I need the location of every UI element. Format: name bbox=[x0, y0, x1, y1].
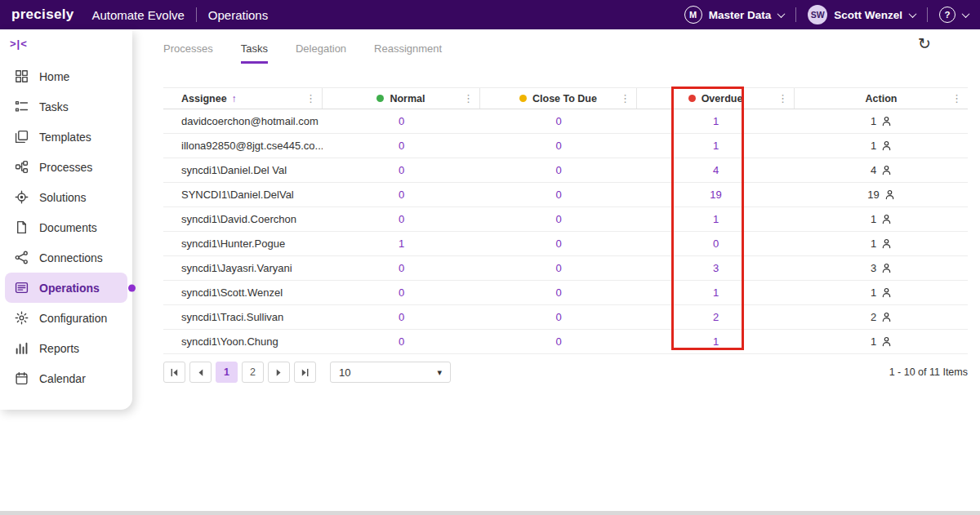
sidebar-item-configuration[interactable]: Configuration bbox=[0, 303, 132, 333]
normal-count-link[interactable]: 0 bbox=[399, 311, 404, 323]
sidebar-item-label: Reports bbox=[39, 342, 79, 355]
normal-cell: 0 bbox=[323, 281, 480, 304]
close-to-due-count-link[interactable]: 0 bbox=[555, 238, 561, 250]
chevron-down-icon bbox=[909, 10, 917, 18]
assignee-cell: syncdi1\Jayasri.Varyani bbox=[163, 256, 323, 280]
column-menu-icon[interactable]: ⋮ bbox=[777, 92, 788, 104]
column-header-action[interactable]: Action⋮ bbox=[795, 88, 968, 109]
page-button-2[interactable]: 2 bbox=[242, 362, 264, 383]
pager-buttons: 12 bbox=[163, 362, 320, 383]
tab-tasks[interactable]: Tasks bbox=[241, 42, 268, 64]
table-row: syncdi1\Hunter.Pogue1001 bbox=[163, 232, 968, 256]
reassign-person-icon[interactable] bbox=[881, 214, 892, 224]
close-to-due-count-link[interactable]: 0 bbox=[555, 262, 561, 274]
reassign-person-icon[interactable] bbox=[881, 238, 892, 249]
action-count: 1 bbox=[871, 140, 876, 152]
action-count: 3 bbox=[871, 262, 876, 274]
close-to-due-count-link[interactable]: 0 bbox=[555, 213, 561, 225]
overdue-count-link[interactable]: 1 bbox=[713, 140, 719, 152]
close-to-due-count-link[interactable]: 0 bbox=[555, 311, 561, 323]
refresh-icon[interactable]: ↻ bbox=[918, 34, 931, 53]
module-name: Operations bbox=[208, 8, 268, 22]
overdue-count-link[interactable]: 1 bbox=[713, 286, 719, 299]
action-cell: 3 bbox=[795, 256, 968, 280]
close-to-due-count-link[interactable]: 0 bbox=[555, 140, 561, 152]
normal-cell: 0 bbox=[323, 207, 480, 231]
sidebar-item-templates[interactable]: Templates bbox=[0, 122, 132, 152]
sidebar-item-solutions[interactable]: Solutions bbox=[0, 182, 132, 212]
reassign-person-icon[interactable] bbox=[881, 140, 892, 151]
master-data-menu[interactable]: M Master Data bbox=[684, 6, 785, 24]
column-header-assignee[interactable]: Assignee↑⋮ bbox=[163, 88, 323, 109]
sidebar-item-processes[interactable]: Processes bbox=[0, 152, 132, 182]
close-to-due-count-link[interactable]: 0 bbox=[555, 164, 561, 176]
overdue-count-link[interactable]: 1 bbox=[713, 115, 719, 127]
normal-count-link[interactable]: 0 bbox=[399, 213, 404, 225]
page-button-1[interactable]: 1 bbox=[216, 362, 238, 383]
overdue-count-link[interactable]: 4 bbox=[713, 164, 719, 176]
sidebar-item-connections[interactable]: Connections bbox=[0, 242, 132, 273]
close-to-due-count-link[interactable]: 0 bbox=[555, 335, 561, 348]
user-menu[interactable]: SW Scott Wenzel bbox=[808, 5, 915, 24]
close-to-due-count-link[interactable]: 0 bbox=[555, 189, 561, 201]
reassign-person-icon[interactable] bbox=[881, 116, 892, 127]
next-page-button[interactable] bbox=[268, 362, 290, 383]
normal-count-link[interactable]: 0 bbox=[399, 335, 404, 348]
action-cell: 1 bbox=[795, 109, 968, 133]
column-menu-icon[interactable]: ⋮ bbox=[463, 92, 474, 104]
normal-cell: 0 bbox=[323, 109, 480, 133]
overdue-count-link[interactable]: 19 bbox=[710, 189, 721, 201]
column-menu-icon[interactable]: ⋮ bbox=[951, 92, 962, 104]
overdue-count-link[interactable]: 2 bbox=[713, 311, 719, 323]
reassign-person-icon[interactable] bbox=[881, 312, 892, 322]
reassign-person-icon[interactable] bbox=[881, 287, 892, 298]
sidebar-item-label: Configuration bbox=[39, 312, 107, 325]
precisely-logo: precisely bbox=[11, 7, 74, 23]
column-header-overdue[interactable]: Overdue⋮ bbox=[637, 88, 795, 109]
sort-ascending-icon[interactable]: ↑ bbox=[232, 93, 237, 104]
normal-count-link[interactable]: 0 bbox=[399, 189, 404, 201]
table-row: syncdi1\Scott.Wenzel0011 bbox=[163, 281, 968, 305]
overdue-count-link[interactable]: 1 bbox=[713, 213, 719, 225]
sidebar-item-reports[interactable]: Reports bbox=[0, 333, 132, 363]
sidebar-item-home[interactable]: Home bbox=[0, 61, 132, 91]
normal-count-link[interactable]: 0 bbox=[399, 140, 404, 152]
collapse-sidebar-icon[interactable]: >|< bbox=[10, 38, 28, 50]
normal-cell: 0 bbox=[323, 134, 480, 158]
column-header-close-to-due[interactable]: Close To Due⋮ bbox=[480, 88, 637, 109]
column-menu-icon[interactable]: ⋮ bbox=[620, 92, 630, 104]
documents-icon bbox=[15, 220, 29, 234]
close-to-due-count-link[interactable]: 0 bbox=[555, 286, 561, 299]
tab-delegation[interactable]: Delegation bbox=[296, 42, 346, 64]
main-content: ProcessesTasksDelegationReassignment ↻ A… bbox=[163, 36, 968, 383]
column-menu-icon[interactable]: ⋮ bbox=[305, 92, 316, 104]
normal-count-link[interactable]: 0 bbox=[399, 262, 404, 274]
column-header-normal[interactable]: Normal⋮ bbox=[323, 88, 480, 109]
tab-processes[interactable]: Processes bbox=[163, 42, 213, 64]
normal-count-link[interactable]: 0 bbox=[399, 286, 404, 299]
normal-count-link[interactable]: 0 bbox=[399, 164, 404, 176]
reassign-person-icon[interactable] bbox=[881, 336, 892, 347]
overdue-count-link[interactable]: 0 bbox=[713, 238, 719, 250]
sidebar-item-calendar[interactable]: Calendar bbox=[0, 363, 132, 393]
close-to-due-count-link[interactable]: 0 bbox=[555, 115, 561, 127]
reassign-person-icon[interactable] bbox=[881, 263, 892, 273]
previous-page-button[interactable] bbox=[189, 362, 212, 383]
action-count: 2 bbox=[871, 311, 876, 323]
reassign-person-icon[interactable] bbox=[881, 165, 892, 175]
tab-reassignment[interactable]: Reassignment bbox=[374, 42, 442, 64]
overdue-count-link[interactable]: 1 bbox=[713, 335, 719, 348]
normal-count-link[interactable]: 0 bbox=[399, 115, 404, 127]
chevron-down-icon bbox=[962, 10, 970, 18]
sidebar-item-operations[interactable]: Operations bbox=[5, 273, 127, 303]
reassign-person-icon[interactable] bbox=[884, 189, 895, 200]
help-menu[interactable]: ? bbox=[939, 7, 969, 23]
last-page-button[interactable] bbox=[294, 362, 316, 383]
normal-count-link[interactable]: 1 bbox=[399, 238, 404, 250]
page-size-select[interactable]: 10 ▾ bbox=[330, 362, 451, 383]
overdue-count-link[interactable]: 3 bbox=[713, 262, 719, 274]
first-page-button[interactable] bbox=[163, 362, 185, 383]
sidebar-item-tasks[interactable]: Tasks bbox=[0, 91, 132, 122]
sidebar-item-documents[interactable]: Documents bbox=[0, 212, 132, 242]
topbar-divider bbox=[795, 7, 796, 22]
